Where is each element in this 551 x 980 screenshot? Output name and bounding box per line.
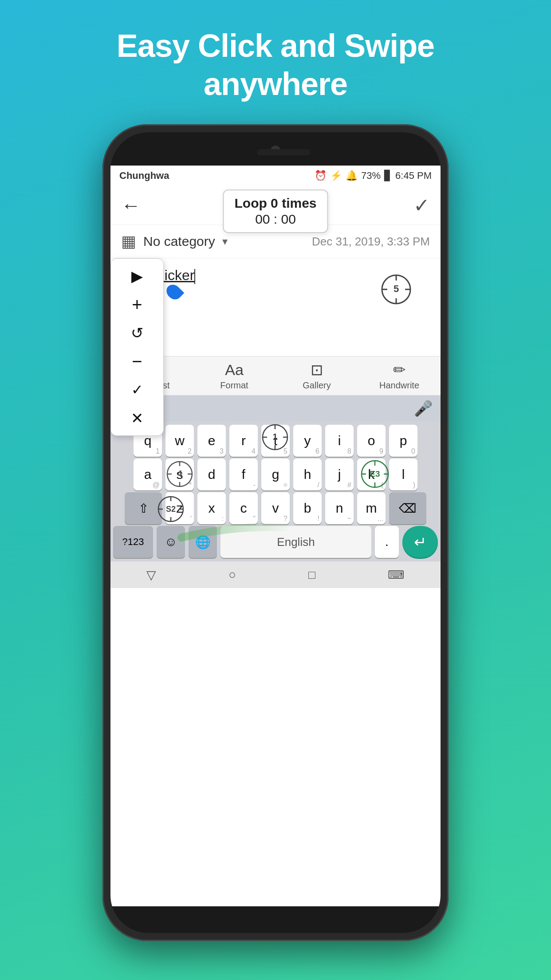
nav-back-button[interactable]: ▽	[146, 568, 156, 582]
space-label: English	[277, 535, 315, 549]
nav-keyboard-button[interactable]: ⌨	[388, 568, 405, 582]
key-h[interactable]: h/	[293, 458, 322, 490]
category-arrow-icon[interactable]: ▾	[222, 235, 228, 248]
format-icon: Aa	[225, 361, 244, 379]
key-x[interactable]: x:	[197, 492, 226, 524]
alarm-icon: ⏰	[315, 170, 327, 182]
key-p[interactable]: p0	[389, 425, 417, 457]
svg-text:4: 4	[177, 469, 182, 478]
svg-text:E3: E3	[370, 469, 380, 478]
key-f[interactable]: f-	[229, 458, 258, 490]
key-y[interactable]: y6	[293, 425, 322, 457]
loop-popup-time: 00 : 00	[234, 212, 316, 227]
nav-home-button[interactable]: ○	[228, 568, 236, 582]
key-i[interactable]: i8	[325, 425, 354, 457]
float-close-button[interactable]: ✕	[123, 404, 151, 432]
header-title: Easy Click and Swipe anywhere	[0, 0, 551, 103]
key-num-switch[interactable]: ?123	[113, 526, 153, 558]
nav-recent-button[interactable]: □	[308, 568, 315, 582]
crosshair-e3: E3	[358, 456, 392, 492]
crosshair-s2: S2	[155, 492, 187, 526]
key-row-2: 4 E3 a@	[110, 458, 441, 492]
key-space[interactable]: English	[220, 526, 371, 558]
svg-text:S2: S2	[166, 505, 176, 514]
svg-text:1: 1	[272, 432, 277, 442]
bottom-nav: ▽ ○ □ ⌨	[110, 561, 441, 588]
battery-label: 73%	[361, 170, 381, 182]
float-action-bar: ▶ + ↺ − ✓ ✕	[110, 258, 164, 436]
float-minus-button[interactable]: −	[123, 348, 151, 375]
time-label: 6:45 PM	[395, 170, 432, 182]
check-button[interactable]: ✓	[413, 194, 430, 217]
handwrite-label: Handwrite	[379, 380, 419, 391]
key-j[interactable]: j#	[325, 458, 354, 490]
crosshair-4: 4	[164, 456, 196, 492]
key-row-bottom: ?123 ☺ 🌐 English . ↵	[110, 526, 441, 561]
format-label: Format	[220, 380, 248, 391]
key-c[interactable]: c"	[229, 492, 258, 524]
key-w[interactable]: w2	[165, 425, 194, 457]
key-globe[interactable]: 🌐	[189, 526, 217, 558]
battery-icon: ▊	[384, 170, 392, 182]
crosshair-1: 1	[259, 419, 291, 455]
loop-popup-title: Loop 0 times	[234, 196, 316, 211]
key-row-3: S2 ⇧ z' x: c" v? b! n~ m... ⌫	[110, 492, 441, 526]
app-bar: ← Edit note ✓ Loop 0 times 00 : 00	[110, 186, 441, 225]
screen: Chunghwa ⏰ ⚡ 🔔 73% ▊ 6:45 PM ← Edit note…	[110, 166, 441, 906]
text-cursor-drop	[164, 282, 185, 303]
loop-popup: Loop 0 times 00 : 00	[223, 190, 328, 233]
back-button[interactable]: ←	[121, 194, 141, 217]
phone-frame: Chunghwa ⏰ ⚡ 🔔 73% ▊ 6:45 PM ← Edit note…	[102, 124, 449, 941]
status-icons: ⏰ ⚡ 🔔 73% ▊ 6:45 PM	[315, 170, 432, 182]
mute-icon: 🔔	[346, 170, 358, 182]
key-period[interactable]: .	[375, 526, 399, 558]
note-area[interactable]: Auto clicker 5 ▶	[110, 258, 441, 356]
key-return[interactable]: ↵	[402, 526, 438, 558]
key-m[interactable]: m...	[357, 492, 386, 524]
crosshair-5: 5	[378, 272, 414, 307]
category-label: No category	[143, 234, 215, 249]
key-r[interactable]: r4	[229, 425, 258, 457]
gallery-icon: ⊡	[311, 361, 323, 379]
key-v[interactable]: v?	[261, 492, 290, 524]
key-backspace[interactable]: ⌫	[389, 492, 426, 524]
mic-button[interactable]: 🎤	[414, 399, 433, 417]
float-check-button[interactable]: ✓	[123, 376, 151, 403]
carrier-label: Chunghwa	[119, 170, 169, 182]
category-date: Dec 31, 2019, 3:33 PM	[312, 235, 430, 249]
key-b[interactable]: b!	[293, 492, 322, 524]
gallery-label: Gallery	[303, 380, 331, 391]
svg-text:5: 5	[394, 283, 399, 294]
float-add-button[interactable]: +	[123, 291, 151, 318]
float-play-button[interactable]: ▶	[123, 262, 151, 290]
key-o[interactable]: o9	[357, 425, 386, 457]
handwrite-icon: ✏	[393, 361, 405, 379]
key-g[interactable]: g=	[261, 458, 290, 490]
key-l[interactable]: l)	[389, 458, 417, 490]
key-n[interactable]: n~	[325, 492, 354, 524]
speaker	[257, 149, 310, 155]
key-d[interactable]: d	[197, 458, 226, 490]
toolbar-format[interactable]: Aa Format	[193, 361, 276, 391]
key-emoji[interactable]: ☺	[157, 526, 185, 558]
key-e[interactable]: e3	[197, 425, 226, 457]
category-icon: ▦	[121, 232, 136, 251]
toolbar-handwrite[interactable]: ✏ Handwrite	[358, 361, 441, 391]
status-bar: Chunghwa ⏰ ⚡ 🔔 73% ▊ 6:45 PM	[110, 166, 441, 186]
key-a[interactable]: a@	[134, 458, 162, 490]
float-loop-button[interactable]: ↺	[123, 319, 151, 347]
toolbar-gallery[interactable]: ⊡ Gallery	[276, 361, 358, 391]
bluetooth-icon: ⚡	[330, 170, 342, 182]
